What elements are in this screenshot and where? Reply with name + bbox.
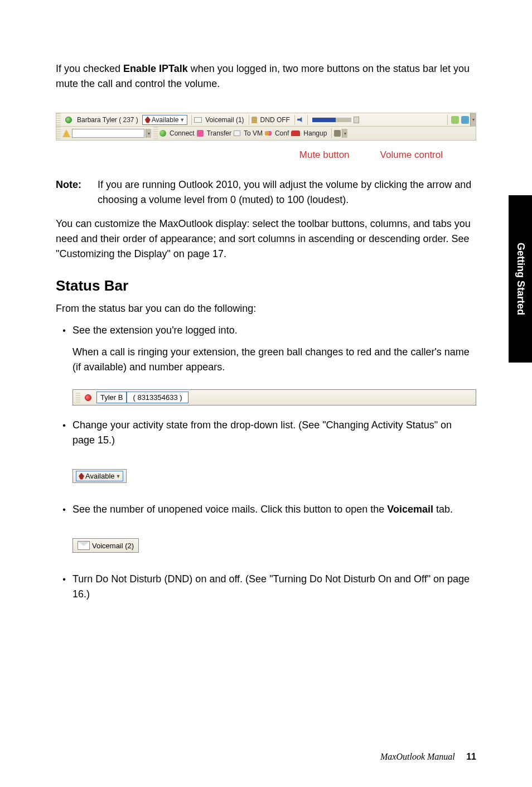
alert-icon <box>62 129 70 137</box>
redial-dropdown[interactable]: ▾ <box>342 129 347 138</box>
status-ball-red-icon <box>85 394 91 401</box>
available-sample-text: Available <box>85 472 115 480</box>
toolbar-screenshot: Barbara Tyler ( 237 ) Available ▼ Voicem… <box>56 113 476 141</box>
grip-icon <box>153 127 158 140</box>
hangup-button[interactable]: Hangup <box>301 129 329 137</box>
grip-icon <box>76 393 80 403</box>
status-bar-intro: From the status bar you can do the follo… <box>56 301 476 316</box>
conf-icon <box>265 130 272 137</box>
customize-paragraph: You can customize the MaxOutlook display… <box>56 216 476 262</box>
list-item: • Change your activity state from the dr… <box>56 418 476 455</box>
bullet-icon: • <box>56 502 72 524</box>
bullet-icon: • <box>56 418 72 455</box>
caller-name: Tyler B <box>96 392 127 403</box>
dial-input[interactable] <box>72 129 144 138</box>
chevron-down-icon: ▼ <box>116 474 121 479</box>
volume-slider[interactable] <box>312 118 351 122</box>
toolbar-row-2: ▾ Connect Transfer To VM Conf Hangup ▾ <box>56 127 476 140</box>
separator <box>249 115 249 125</box>
bullet-4: Turn Do Not Disturb (DND) on and off. (S… <box>72 572 476 602</box>
person-icon <box>79 473 84 480</box>
list-item: • Turn Do Not Disturb (DND) on and off. … <box>56 572 476 609</box>
tool-icon-2[interactable] <box>461 116 469 124</box>
dnd-icon <box>252 117 257 123</box>
dial-dropdown[interactable]: ▾ <box>146 129 151 138</box>
separator <box>331 128 332 138</box>
separator <box>191 115 192 125</box>
toolbar-row-1: Barbara Tyler ( 237 ) Available ▼ Voicem… <box>56 113 476 127</box>
bullet-icon: • <box>56 572 72 609</box>
intro-prefix: If you checked <box>56 63 123 74</box>
extension-sample: Tyler B ( 8313354633 ) <box>72 389 476 405</box>
connect-icon <box>159 130 166 137</box>
voicemail-button[interactable]: Voicemail (1) <box>203 116 246 124</box>
bullet-3-prefix: See the number of unopened voice mails. … <box>72 504 387 515</box>
available-text: Available <box>152 116 178 124</box>
footer-page-number: 11 <box>466 752 476 761</box>
connect-button[interactable]: Connect <box>167 129 197 137</box>
toolbar-overflow[interactable]: ▾ <box>470 113 476 126</box>
voicemail-sample: Voicemail (2) <box>72 538 139 553</box>
list-item: • See the number of unopened voice mails… <box>56 502 476 524</box>
separator <box>307 115 308 125</box>
bullet-3-bold: Voicemail <box>387 504 433 515</box>
person-icon <box>145 117 151 123</box>
status-ball-icon <box>65 117 72 123</box>
bullet-1-line-1: See the extension you're logged into. <box>72 323 476 338</box>
note-block: Note: If you are running Outlook 2010, y… <box>56 177 476 207</box>
redial-icon[interactable] <box>334 130 341 137</box>
separator <box>294 115 295 125</box>
grip-icon <box>56 127 61 140</box>
extension-label: Barbara Tyler ( 237 ) <box>75 116 141 124</box>
bullet-3-suffix: tab. <box>433 504 453 515</box>
volume-annotation: Volume control <box>380 149 443 161</box>
caller-number: ( 8313354633 ) <box>127 392 188 403</box>
available-sample: Available ▼ <box>72 469 127 483</box>
envelope-icon <box>194 117 202 123</box>
available-dropdown[interactable]: Available ▼ <box>142 115 187 125</box>
transfer-icon <box>197 130 204 137</box>
conf-button[interactable]: Conf <box>273 129 291 137</box>
intro-paragraph: If you checked Enable IPTalk when you lo… <box>56 61 476 91</box>
note-label: Note: <box>56 177 98 207</box>
tovm-button[interactable]: To VM <box>241 129 265 137</box>
bullet-1-line-2: When a call is ringing your extension, t… <box>72 345 476 375</box>
intro-bold: Enable IPTalk <box>123 63 188 74</box>
footer: MaxOutlook Manual 11 <box>380 752 476 762</box>
transfer-button[interactable]: Transfer <box>205 129 234 137</box>
separator <box>447 115 448 125</box>
mute-icon[interactable] <box>297 117 304 123</box>
bullet-2: Change your activity state from the drop… <box>72 418 476 448</box>
annotations: Mute button Volume control <box>56 149 476 161</box>
hangup-icon <box>291 131 300 136</box>
note-text: If you are running Outlook 2010, you wil… <box>98 177 476 207</box>
voicemail-sample-text: Voicemail (2) <box>92 542 134 550</box>
dnd-button[interactable]: DND OFF <box>258 116 292 124</box>
envelope-icon <box>78 541 90 550</box>
side-tab-getting-started: Getting Started <box>509 195 532 363</box>
tool-icon-1[interactable] <box>451 116 459 124</box>
grip-icon <box>56 113 61 126</box>
chevron-down-icon: ▼ <box>180 117 185 123</box>
tovm-icon <box>234 131 240 136</box>
status-bar-heading: Status Bar <box>56 277 476 294</box>
bullet-3: See the number of unopened voice mails. … <box>72 502 476 517</box>
volume-handle[interactable] <box>354 117 359 123</box>
list-item: • See the extension you're logged into. … <box>56 323 476 382</box>
mute-annotation: Mute button <box>299 149 350 161</box>
bullet-icon: • <box>56 323 72 382</box>
footer-title: MaxOutlook Manual <box>380 752 455 761</box>
